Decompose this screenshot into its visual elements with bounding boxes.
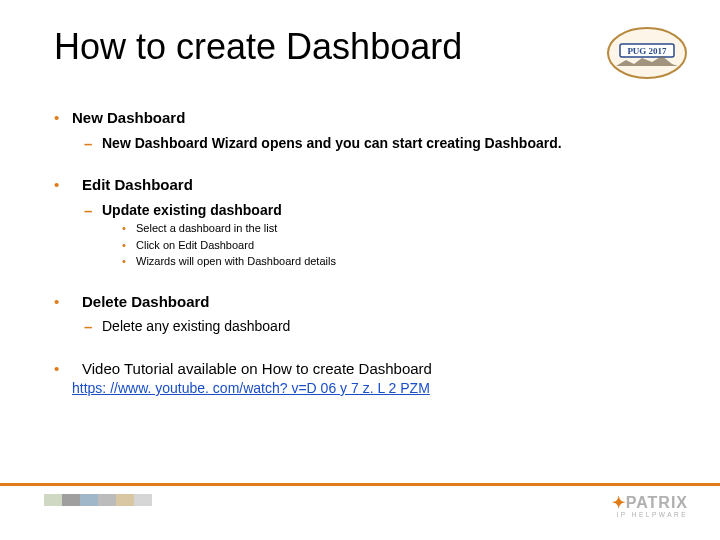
heading-edit-dashboard: Edit Dashboard	[82, 175, 193, 195]
dash-icon: –	[84, 201, 102, 221]
slide-title: How to create Dashboard	[54, 26, 462, 68]
heading-delete-dashboard: Delete Dashboard	[82, 292, 210, 312]
item-wizards-open: • Wizards will open with Dashboard detai…	[122, 253, 680, 270]
footer-block	[98, 494, 116, 506]
text-update-existing: Update existing dashboard	[102, 201, 282, 219]
video-tutorial-link[interactable]: https: //www. youtube. com/watch? v=D 06…	[72, 380, 430, 396]
footer-brand-name: PATRIX	[626, 494, 688, 511]
bullet-edit-dashboard: • Edit Dashboard	[54, 175, 680, 195]
item-click-edit: • Click on Edit Dashboard	[122, 237, 680, 254]
bullet-icon: •	[122, 220, 136, 237]
bullet-delete-dashboard: • Delete Dashboard	[54, 292, 680, 312]
text-select-dashboard: Select a dashboard in the list	[136, 220, 277, 237]
text-wizards-open: Wizards will open with Dashboard details	[136, 253, 336, 270]
text-click-edit: Click on Edit Dashboard	[136, 237, 254, 254]
bullet-icon: •	[122, 253, 136, 270]
footer-brand-logo: ✦PATRIX IP HELPWARE	[612, 493, 688, 518]
bullet-icon: •	[122, 237, 136, 254]
footer-block	[80, 494, 98, 506]
bullet-icon: •	[54, 292, 72, 312]
heading-new-dashboard: New Dashboard	[72, 108, 185, 128]
sub-new-dashboard-wizard: – New Dashboard Wizard opens and you can…	[84, 134, 680, 154]
footer-color-blocks	[44, 494, 152, 506]
text-delete-existing: Delete any existing dashboard	[102, 317, 290, 335]
dash-icon: –	[84, 134, 102, 154]
sub-update-existing: – Update existing dashboard	[84, 201, 680, 221]
dash-icon: –	[84, 317, 102, 337]
footer-tagline: IP HELPWARE	[612, 511, 688, 518]
footer-divider	[0, 483, 720, 486]
content-body: • New Dashboard – New Dashboard Wizard o…	[54, 108, 680, 396]
heading-video-tutorial: Video Tutorial available on How to creat…	[82, 359, 432, 379]
bullet-icon: •	[54, 359, 72, 379]
footer-block	[134, 494, 152, 506]
bullet-icon: •	[54, 175, 72, 195]
logo-badge-text: PUG 2017	[627, 46, 667, 56]
event-logo: PUG 2017	[606, 26, 688, 80]
text-new-dashboard-wizard: New Dashboard Wizard opens and you can s…	[102, 134, 562, 152]
footer-block	[62, 494, 80, 506]
bullet-new-dashboard: • New Dashboard	[54, 108, 680, 128]
sub-delete-existing: – Delete any existing dashboard	[84, 317, 680, 337]
footer-brand-text: ✦PATRIX	[612, 493, 688, 512]
slide: How to create Dashboard PUG 2017 • New D…	[0, 0, 720, 540]
footer-block	[44, 494, 62, 506]
footer-block	[116, 494, 134, 506]
bullet-icon: •	[54, 108, 72, 128]
item-select-dashboard: • Select a dashboard in the list	[122, 220, 680, 237]
bullet-video-tutorial: • Video Tutorial available on How to cre…	[54, 359, 680, 379]
